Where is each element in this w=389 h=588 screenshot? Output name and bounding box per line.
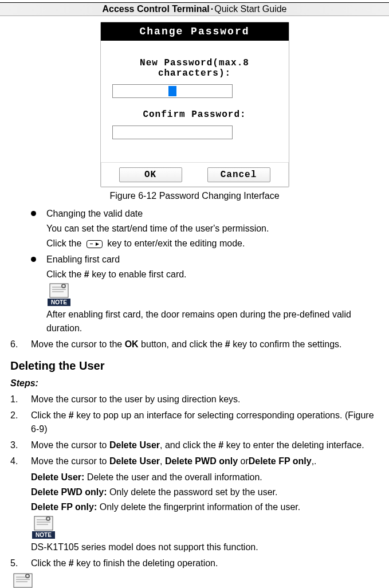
svg-point-12 [26,575,29,577]
svg-point-2 [62,285,65,287]
bullet-enabling-first-card: Enabling first card [46,253,379,266]
step-3-text: Move the cursor to Delete User, and clic… [31,438,379,452]
new-password-input[interactable] [112,84,233,98]
device-dialog-title: Change Password [101,22,289,41]
bullet-valid-date-key-line: Click the key to enter/exit the editing … [46,237,379,250]
new-password-label: New Password(max.8 characters): [112,58,277,79]
header-title-bold: Access Control Terminal [102,4,209,14]
step-number-6: 6. [10,338,31,351]
svg-text:NOTE: NOTE [36,532,52,538]
step-number-5: 5. [10,556,31,570]
step-number-3: 3. [10,438,31,452]
figure-caption: Figure 6-12 Password Changing Interface [0,191,389,201]
edit-key-icon [87,240,103,248]
delete-user-desc: Delete User: Delete the user and the ove… [31,471,379,484]
note-icon: NOTE [46,283,72,307]
ok-button[interactable]: OK [119,167,182,182]
delete-fp-only-desc: Delete FP only: Only delete the fingerpr… [31,500,379,514]
first-card-note: After enabling first card, the door rema… [46,308,379,335]
bullet-icon [31,211,36,216]
step-6-text: Move the cursor to the OK button, and cl… [31,338,379,351]
delete-pwd-only-desc: Delete PWD only: Only delete the passwor… [31,485,379,499]
bullet-icon [31,257,36,262]
cancel-button[interactable]: Cancel [207,167,270,182]
section-deleting-user: Deleting the User [10,357,379,374]
svg-text:NOTE: NOTE [51,299,67,305]
confirm-password-input[interactable] [112,126,233,139]
text-cursor [168,86,176,96]
step-number-4: 4. [10,454,31,468]
step-number-1: 1. [10,393,31,406]
document-header: Access Control Terminal·Quick Start Guid… [0,3,389,16]
step-4-text: Move the cursor to Delete User, Delete P… [31,454,379,468]
bullet-first-card-line: Click the # key to enable first card. [46,268,379,281]
bullet-changing-valid-date: Changing the valid date [46,207,379,221]
note-icon: NOTE [31,515,56,539]
steps-label: Steps: [10,377,379,390]
device-screenshot: Change Password New Password(max.8 chara… [100,22,289,187]
note-icon: NOTE [10,573,36,588]
step-number-2: 2. [10,409,31,422]
header-title-rest: Quick Start Guide [214,4,286,14]
ds-k1t105-note: DS-K1T105 series model does not support … [31,540,379,554]
step-2-text: Click the # key to pop up an interface f… [31,409,379,436]
bullet-valid-date-desc: You can set the start/end time of the us… [46,222,379,236]
svg-point-7 [47,518,49,520]
confirm-password-label: Confirm Password: [112,109,277,120]
step-1-text: Move the cursor to the user by using dir… [31,393,379,406]
step-5-text: Click the # key to finish the deleting o… [31,556,379,570]
